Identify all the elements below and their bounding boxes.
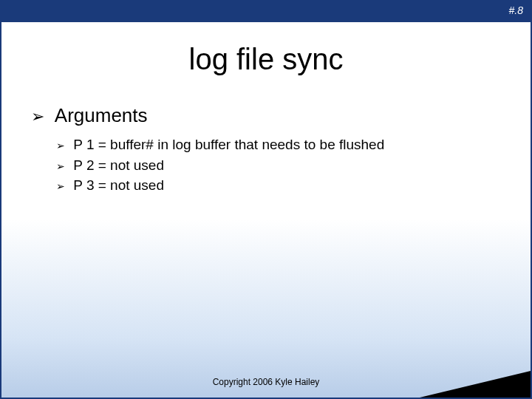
list-item-text: P 2 = not used	[73, 157, 164, 173]
slide-title: log file sync	[1, 43, 531, 76]
list-item-text: P 3 = not used	[73, 177, 164, 193]
list-item: P 2 = not used	[56, 155, 508, 176]
section-heading-text: Arguments	[55, 104, 148, 126]
corner-decoration	[420, 371, 531, 398]
list-item: P 1 = buffer# in log buffer that needs t…	[56, 134, 508, 155]
slide-number: #.8	[509, 4, 523, 16]
top-bar: #.8	[1, 1, 531, 22]
content-area: Arguments P 1 = buffer# in log buffer th…	[1, 104, 531, 196]
list-item-text: P 1 = buffer# in log buffer that needs t…	[73, 137, 384, 152]
list-item: P 3 = not used	[56, 175, 508, 196]
slide: #.8 log file sync Arguments P 1 = buffer…	[0, 0, 532, 399]
section-heading: Arguments	[31, 104, 508, 127]
